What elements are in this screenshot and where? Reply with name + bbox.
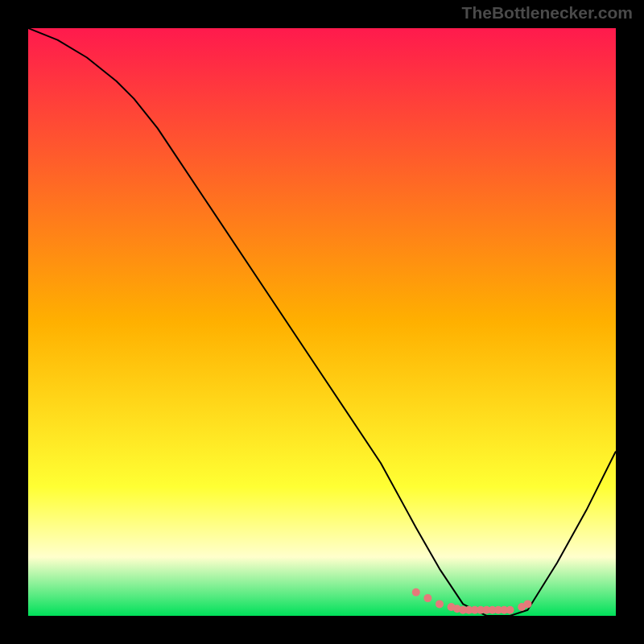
marker-dot <box>412 588 420 597</box>
watermark-text: TheBottlenecker.com <box>462 3 633 23</box>
marker-dot <box>524 600 532 608</box>
chart-container: TheBottlenecker.com <box>0 0 644 644</box>
gradient-background <box>28 28 616 616</box>
marker-dot <box>423 594 431 602</box>
marker-dot <box>436 600 444 608</box>
plot-area <box>28 28 616 616</box>
marker-dot <box>506 606 514 614</box>
chart-svg <box>28 28 616 616</box>
